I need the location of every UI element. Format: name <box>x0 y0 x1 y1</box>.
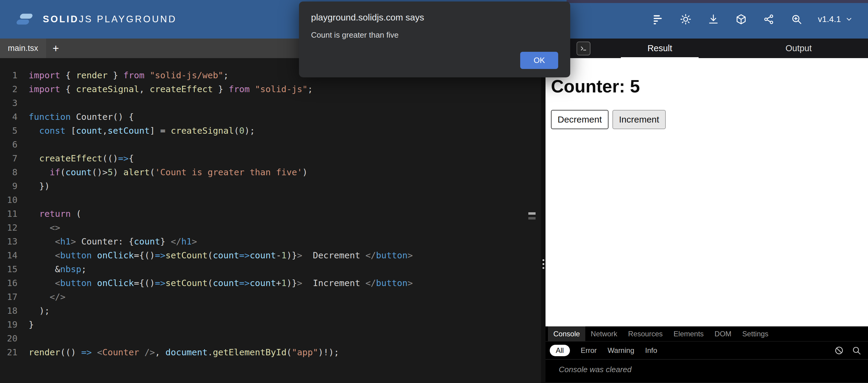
theme-sun-icon[interactable] <box>679 13 692 26</box>
code-line[interactable]: 3 <box>0 96 541 110</box>
devtools-tab-console[interactable]: Console <box>548 326 585 341</box>
code-text: ); <box>29 304 50 318</box>
brand-bold: SOLID <box>43 14 79 24</box>
code-editor[interactable]: 1import { render } from "solid-js/web";2… <box>0 58 541 383</box>
line-number: 10 <box>0 193 18 207</box>
devtools-tab-elements[interactable]: Elements <box>668 326 709 341</box>
code-line[interactable]: 12 <> <box>0 221 541 235</box>
right-pane: Counter: 5 Decrement Increment ConsoleNe… <box>546 58 868 383</box>
file-tab-main-tsx[interactable]: main.tsx <box>0 39 46 58</box>
alert-actions: OK <box>311 52 558 69</box>
line-number: 20 <box>0 332 18 345</box>
alert-title: playground.solidjs.com says <box>311 12 558 23</box>
version-label: v1.4.1 <box>818 14 841 24</box>
code-text: <button onClick={()=>setCount(count=>cou… <box>29 276 413 290</box>
brand-app: PLAYGROUND <box>97 14 177 24</box>
brand-light: JS <box>79 14 93 24</box>
ok-button[interactable]: OK <box>520 52 558 69</box>
version-select[interactable]: v1.4.1 <box>818 14 853 24</box>
devtools-tab-resources[interactable]: Resources <box>623 326 668 341</box>
line-number: 6 <box>0 138 18 151</box>
cube-icon[interactable] <box>735 13 747 26</box>
devtools-filter-bar: AllErrorWarningInfo <box>546 342 868 359</box>
devtools-tab-settings[interactable]: Settings <box>737 326 774 341</box>
line-number: 19 <box>0 318 18 332</box>
line-number: 13 <box>0 235 18 248</box>
devtools-tab-network[interactable]: Network <box>585 326 623 341</box>
line-number: 18 <box>0 304 18 318</box>
log-filter-error[interactable]: Error <box>581 346 597 355</box>
code-text: createEffect(()=>{ <box>29 151 134 165</box>
code-line[interactable]: 18 ); <box>0 304 541 318</box>
log-filter-all[interactable]: All <box>550 345 570 356</box>
tab-output[interactable]: Output <box>730 39 868 58</box>
code-line[interactable]: 13 <h1> Counter: {count} </h1> <box>0 235 541 248</box>
code-line[interactable]: 9 }) <box>0 179 541 193</box>
code-line[interactable]: 19} <box>0 318 541 332</box>
code-line[interactable]: 4function Counter() { <box>0 110 541 124</box>
line-number: 3 <box>0 96 18 110</box>
line-number: 2 <box>0 82 18 96</box>
decrement-button[interactable]: Decrement <box>551 110 609 129</box>
window-top-strip <box>567 0 868 3</box>
line-number: 5 <box>0 124 18 138</box>
code-line[interactable]: 6 <box>0 138 541 151</box>
line-number: 21 <box>0 345 18 359</box>
log-filter-info[interactable]: Info <box>645 346 657 355</box>
code-line[interactable]: 17 </> <box>0 290 541 304</box>
code-text: function Counter() { <box>29 110 134 124</box>
code-line[interactable]: 16 <button onClick={()=>setCount(count=>… <box>0 276 541 290</box>
line-number: 17 <box>0 290 18 304</box>
code-line[interactable]: 5 const [count,setCount] = createSignal(… <box>0 124 541 138</box>
code-text: <h1> Counter: {count} </h1> <box>29 235 197 248</box>
line-number: 12 <box>0 221 18 235</box>
devtools-actions <box>834 346 861 355</box>
zoom-icon[interactable] <box>790 13 803 26</box>
code-text: } <box>29 318 34 332</box>
add-tab-button[interactable]: + <box>46 39 66 58</box>
download-icon[interactable] <box>707 13 720 26</box>
clear-console-icon[interactable] <box>834 346 844 355</box>
code-text: <button onClick={()=>setCount(count=>cou… <box>29 248 413 262</box>
line-number: 14 <box>0 248 18 262</box>
scrollbar-marker-shadow <box>528 217 535 219</box>
code-line[interactable]: 11 return ( <box>0 207 541 221</box>
terminal-icon <box>580 44 587 53</box>
code-line[interactable]: 7 createEffect(()=>{ <box>0 151 541 165</box>
console-message: Console was cleared <box>546 359 868 383</box>
alert-dialog: playground.solidjs.com says Count is gre… <box>299 1 570 77</box>
scrollbar-marker[interactable] <box>528 212 535 215</box>
prettier-format-icon[interactable] <box>652 13 664 26</box>
code-line[interactable]: 15 &nbsp; <box>0 262 541 276</box>
code-text: &nbsp; <box>29 262 87 276</box>
code-line[interactable]: 2import { createSignal, createEffect } f… <box>0 82 541 96</box>
code-text: render(() => <Counter />, document.getEl… <box>29 345 339 359</box>
terminal-button[interactable] <box>577 41 590 56</box>
code-line[interactable]: 8 if(count()>5) alert('Count is greater … <box>0 165 541 179</box>
increment-button[interactable]: Increment <box>613 110 666 129</box>
share-icon[interactable] <box>763 13 775 26</box>
header-actions: v1.4.1 <box>652 13 855 26</box>
page-title: SOLIDJS PLAYGROUND <box>43 14 177 25</box>
line-number: 7 <box>0 151 18 165</box>
devtools-console: ConsoleNetworkResourcesElementsDOMSettin… <box>546 326 868 383</box>
code-line[interactable]: 10 <box>0 193 541 207</box>
console-search-icon[interactable] <box>852 346 861 355</box>
solid-logo <box>13 11 34 27</box>
code-text: <> <box>29 221 60 235</box>
log-filter-warning[interactable]: Warning <box>608 346 634 355</box>
resizer-grip-icon <box>542 259 544 269</box>
code-text: if(count()>5) alert('Count is greater th… <box>29 165 307 179</box>
code-line[interactable]: 21render(() => <Counter />, document.get… <box>0 345 541 359</box>
tab-result[interactable]: Result <box>590 39 730 58</box>
code-text: import { createSignal, createEffect } fr… <box>29 82 313 96</box>
devtools-tab-dom[interactable]: DOM <box>709 326 737 341</box>
code-text: return ( <box>29 207 82 221</box>
code-line[interactable]: 20 <box>0 332 541 345</box>
devtools-tab-bar: ConsoleNetworkResourcesElementsDOMSettin… <box>546 326 868 342</box>
code-line[interactable]: 14 <button onClick={()=>setCount(count=>… <box>0 248 541 262</box>
line-number: 8 <box>0 165 18 179</box>
panel-tabs: Result Output <box>541 39 868 58</box>
split-resizer[interactable] <box>541 58 546 383</box>
line-number: 9 <box>0 179 18 193</box>
